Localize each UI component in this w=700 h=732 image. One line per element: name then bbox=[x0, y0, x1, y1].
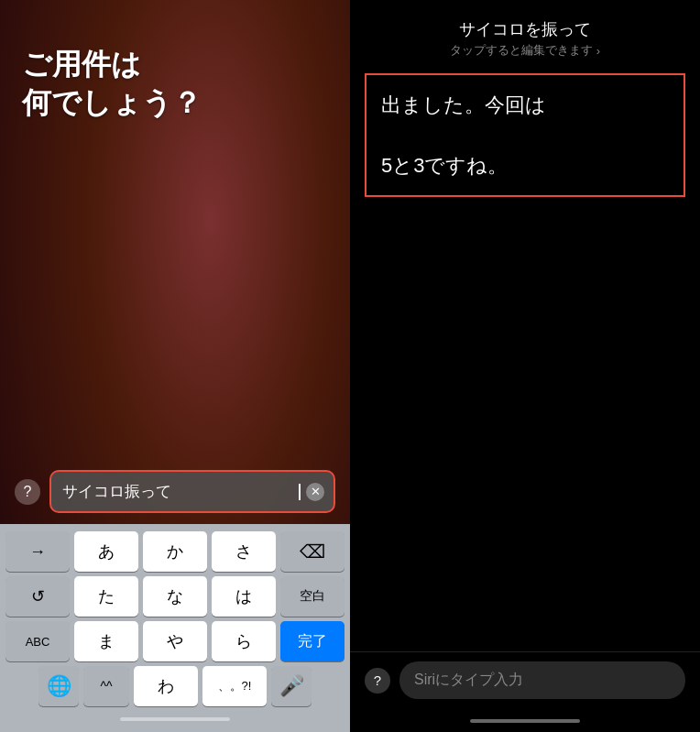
key-ka[interactable]: か bbox=[143, 531, 207, 572]
result-text: 出ました。今回は 5と3ですね。 bbox=[381, 90, 669, 180]
key-mic[interactable]: 🎤 bbox=[271, 666, 312, 706]
siri-help-button[interactable]: ? bbox=[365, 668, 390, 694]
key-space[interactable]: 空白 bbox=[280, 576, 345, 617]
key-dakuten[interactable]: ^^ bbox=[83, 666, 129, 706]
keyboard-row-1: → あ か さ ⌫ bbox=[5, 531, 345, 572]
siri-header: サイコロを振って タップすると編集できます › bbox=[350, 0, 700, 64]
key-ra[interactable]: ら bbox=[212, 621, 276, 661]
key-punctuation[interactable]: 、。?! bbox=[202, 666, 267, 706]
help-button[interactable]: ? bbox=[15, 479, 40, 505]
right-panel: サイコロを振って タップすると編集できます › 出ました。今回は 5と3ですね。… bbox=[350, 0, 700, 732]
siri-type-input[interactable]: Siriにタイプ入力 bbox=[399, 661, 685, 699]
text-cursor bbox=[299, 484, 301, 500]
key-backspace[interactable]: ⌫ bbox=[280, 531, 345, 572]
keyboard: → あ か さ ⌫ ↺ た な は 空白 ABC ま や ら 完了 bbox=[0, 524, 350, 732]
key-ma[interactable]: ま bbox=[74, 621, 138, 661]
key-undo[interactable]: ↺ bbox=[5, 576, 70, 617]
right-home-bar bbox=[350, 710, 700, 732]
key-wa[interactable]: わ bbox=[134, 666, 198, 706]
key-globe[interactable]: 🌐 bbox=[38, 666, 79, 706]
keyboard-row-4: 🌐 ^^ わ 、。?! 🎤 bbox=[5, 666, 345, 706]
key-done[interactable]: 完了 bbox=[280, 621, 345, 661]
key-a[interactable]: あ bbox=[74, 531, 138, 572]
siri-title: サイコロを振って bbox=[368, 18, 682, 40]
key-na[interactable]: な bbox=[143, 576, 207, 617]
left-panel: ご用件は何でしょう？ ? サイコロ振って ✕ → あ か さ ⌫ bbox=[0, 0, 350, 732]
greeting-text: ご用件は何でしょう？ bbox=[0, 0, 350, 122]
chevron-right-icon: › bbox=[596, 44, 600, 58]
keyboard-home-bar bbox=[5, 710, 345, 728]
keyboard-row-2: ↺ た な は 空白 bbox=[5, 576, 345, 617]
home-indicator-right bbox=[470, 719, 580, 723]
search-input-container[interactable]: サイコロ振って ✕ bbox=[49, 470, 335, 513]
key-ha[interactable]: は bbox=[212, 576, 276, 617]
result-line-1: 出ました。今回は bbox=[381, 93, 546, 116]
search-input-text: サイコロ振って bbox=[62, 481, 298, 502]
left-content: ご用件は何でしょう？ ? サイコロ振って ✕ → あ か さ ⌫ bbox=[0, 0, 350, 732]
key-sa[interactable]: さ bbox=[212, 531, 276, 572]
key-arrow[interactable]: → bbox=[5, 531, 70, 572]
result-box: 出ました。今回は 5と3ですね。 bbox=[365, 73, 685, 197]
clear-button[interactable]: ✕ bbox=[306, 483, 324, 501]
siri-input-area: ? Siriにタイプ入力 bbox=[350, 651, 700, 710]
siri-subtitle: タップすると編集できます › bbox=[368, 42, 682, 59]
siri-subtitle-text: タップすると編集できます bbox=[450, 42, 593, 59]
home-indicator-left bbox=[120, 717, 230, 721]
siri-input-placeholder: Siriにタイプ入力 bbox=[414, 672, 523, 687]
right-spacer bbox=[350, 206, 700, 651]
key-abc[interactable]: ABC bbox=[5, 621, 70, 661]
search-bar-area: ? サイコロ振って ✕ bbox=[0, 470, 350, 524]
key-ta[interactable]: た bbox=[74, 576, 138, 617]
result-line-3: 5と3ですね。 bbox=[381, 154, 508, 177]
keyboard-row-3: ABC ま や ら 完了 bbox=[5, 621, 345, 661]
key-ya[interactable]: や bbox=[143, 621, 207, 661]
